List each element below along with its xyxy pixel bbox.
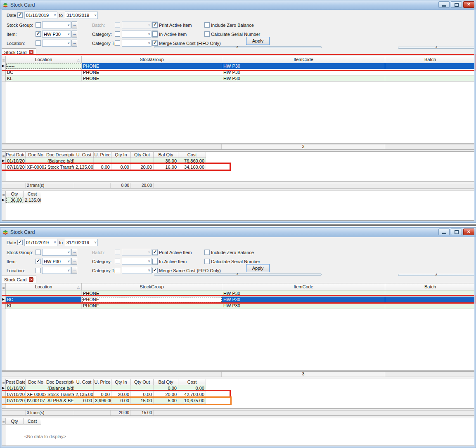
- column-header-cost[interactable]: Cost: [24, 418, 41, 424]
- cell-location[interactable]: -----: [6, 290, 82, 297]
- cell-itemcode[interactable]: HW P30: [222, 75, 385, 82]
- minimize-button[interactable]: [438, 229, 450, 235]
- maximize-button[interactable]: [451, 1, 462, 8]
- column-header-batch[interactable]: Batch: [385, 283, 475, 290]
- column-header-doc-no[interactable]: Doc No: [26, 152, 46, 158]
- cell-cost[interactable]: 2,135.00: [24, 197, 41, 203]
- cell-post-date[interactable]: 01/10/2019: [6, 385, 26, 391]
- date-from-select[interactable]: 01/10/2019∨: [24, 239, 57, 246]
- column-header-qty[interactable]: Qty: [6, 191, 24, 197]
- cell-u-cost[interactable]: [74, 385, 94, 391]
- include-zero-balance-checkbox[interactable]: [204, 22, 210, 28]
- item-browse-button[interactable]: ...: [71, 258, 77, 265]
- column-header-location[interactable]: Location△: [6, 283, 82, 290]
- cell-qty-in[interactable]: [111, 158, 131, 164]
- cell-post-date[interactable]: 07/10/2019: [6, 398, 26, 404]
- cell-itemcode[interactable]: HW P30: [222, 297, 385, 303]
- cell-bal-qty[interactable]: 20.00: [154, 391, 178, 398]
- include-zero-balance-checkbox[interactable]: [204, 250, 210, 255]
- cell-qty-out[interactable]: [131, 158, 154, 164]
- cell-cost[interactable]: 76,860.00: [178, 158, 206, 164]
- column-header-qty-out[interactable]: Qty Out: [131, 379, 154, 385]
- cell-batch[interactable]: [385, 297, 475, 303]
- column-header-u-cost[interactable]: U. Cost: [74, 152, 94, 158]
- column-header-cost[interactable]: Cost: [178, 379, 206, 385]
- category-select[interactable]: ∨: [122, 258, 152, 265]
- column-header-qty-in[interactable]: Qty In: [111, 152, 131, 158]
- location-browse-button[interactable]: ...: [71, 40, 77, 47]
- cell-cost[interactable]: 42,700.00: [178, 391, 206, 398]
- column-header-qty-in[interactable]: Qty In: [111, 379, 131, 385]
- category-tpl-checkbox[interactable]: [115, 268, 120, 273]
- cell-u-price[interactable]: [94, 158, 111, 164]
- cell-itemcode[interactable]: HW P30: [222, 63, 385, 69]
- stock-group-select[interactable]: ∨: [42, 249, 71, 256]
- column-header-itemcode[interactable]: ItemCode: [222, 283, 385, 290]
- column-header-cost[interactable]: Cost: [178, 152, 206, 158]
- close-button[interactable]: ✕: [463, 1, 474, 8]
- cell-post-date[interactable]: 07/10/2019: [6, 164, 26, 170]
- column-header-qty[interactable]: Qty: [6, 418, 24, 424]
- cell-itemcode[interactable]: HW P30: [222, 290, 385, 297]
- stock-group-checkbox[interactable]: [36, 22, 41, 28]
- cell-u-cost[interactable]: 0.00: [74, 398, 94, 404]
- tab-stock-card[interactable]: Stock Card ✕: [1, 48, 36, 56]
- cell-stockgroup[interactable]: PHONE: [82, 69, 222, 75]
- column-header-u-price[interactable]: U. Price: [94, 379, 111, 385]
- tab-close-button[interactable]: ✕: [29, 277, 33, 282]
- column-header-stockgroup[interactable]: StockGroup: [82, 56, 222, 63]
- category-checkbox[interactable]: [115, 31, 120, 37]
- cell-qty-in[interactable]: 20.00: [111, 391, 131, 398]
- splitter-handle[interactable]: ∧: [398, 274, 476, 276]
- print-active-item-checkbox[interactable]: [152, 22, 158, 28]
- item-checkbox[interactable]: [36, 31, 41, 37]
- cell-doc-description[interactable]: ALPHA & BETA CO...: [46, 398, 74, 404]
- date-checkbox[interactable]: [17, 12, 23, 18]
- calculate-serial-number-checkbox[interactable]: [204, 259, 210, 264]
- category-tpl-select[interactable]: ∨: [122, 267, 152, 274]
- maximize-button[interactable]: [451, 229, 462, 235]
- column-header-post-date[interactable]: Post Date: [6, 152, 26, 158]
- date-from-select[interactable]: 01/10/2019∨: [24, 12, 57, 19]
- column-header-doc-description[interactable]: Doc Description: [46, 379, 74, 385]
- stock-group-browse-button[interactable]: ...: [71, 21, 77, 28]
- cell-stockgroup[interactable]: PHONE: [82, 303, 222, 309]
- cell-doc-description[interactable]: Stock Transfer: [46, 391, 74, 398]
- cell-cost[interactable]: 10,675.00: [178, 398, 206, 404]
- cell-bal-qty[interactable]: 5.00: [154, 398, 178, 404]
- cell-stockgroup[interactable]: PHONE: [82, 75, 222, 82]
- minimize-button[interactable]: [438, 1, 450, 8]
- in-active-item-checkbox[interactable]: [152, 259, 158, 264]
- cell-qty-in[interactable]: 0.00: [111, 398, 131, 404]
- cell-itemcode[interactable]: HW P30: [222, 303, 385, 309]
- cell-doc-description[interactable]: (Balance b/d): [46, 385, 74, 391]
- cell-stockgroup[interactable]: PHONE: [82, 63, 222, 69]
- cell-u-price[interactable]: 0.00: [94, 164, 111, 170]
- cell-bal-qty[interactable]: 36.00: [154, 158, 178, 164]
- cell-doc-description[interactable]: Stock Transfer: [46, 164, 74, 170]
- calculate-serial-number-checkbox[interactable]: [204, 31, 210, 37]
- close-button[interactable]: ✕: [463, 229, 474, 235]
- item-select[interactable]: HW P30∨: [42, 258, 71, 265]
- cell-qty-in[interactable]: 0.00: [111, 164, 131, 170]
- column-header-u-cost[interactable]: U. Cost: [74, 379, 94, 385]
- column-header-stockgroup[interactable]: StockGroup: [82, 283, 222, 290]
- splitter-handle[interactable]: ∧: [398, 47, 476, 49]
- column-header-itemcode[interactable]: ItemCode: [222, 56, 385, 63]
- apply-button[interactable]: Apply: [246, 37, 270, 45]
- location-browse-button[interactable]: ...: [71, 267, 77, 274]
- column-header-doc-no[interactable]: Doc No: [26, 379, 46, 385]
- cell-u-cost[interactable]: 2,135.00: [74, 391, 94, 398]
- stock-group-select[interactable]: ∨: [42, 21, 71, 28]
- item-browse-button[interactable]: ...: [71, 31, 77, 38]
- cell-cost[interactable]: 34,160.00: [178, 164, 206, 170]
- cell-doc-no[interactable]: XF-00002: [26, 391, 46, 398]
- location-select[interactable]: ∨: [42, 40, 71, 47]
- column-header-bal-qty[interactable]: Bal Qty: [154, 379, 178, 385]
- cell-location[interactable]: BC: [6, 69, 82, 75]
- cell-location[interactable]: KL: [6, 75, 82, 82]
- cell-doc-no[interactable]: XF-00002: [26, 164, 46, 170]
- cell-batch[interactable]: [385, 63, 475, 69]
- date-to-select[interactable]: 31/10/2019∨: [65, 239, 98, 246]
- column-header-location[interactable]: Location△: [6, 56, 82, 63]
